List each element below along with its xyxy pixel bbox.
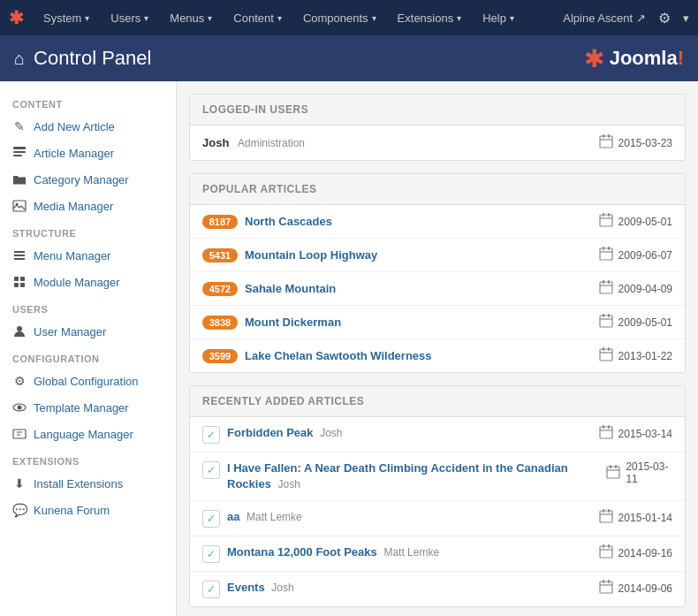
article-title[interactable]: Mountain Loop Highway — [245, 248, 377, 262]
sidebar-item-language-manager[interactable]: Language Manager — [0, 421, 176, 447]
svg-rect-0 — [13, 147, 26, 149]
date-value: 2009-05-01 — [618, 316, 672, 329]
recent-date: 2015-03-11 — [606, 460, 672, 485]
user-row: Josh Administration 2015-03-23 — [190, 125, 685, 160]
sidebar-item-global-config[interactable]: ⚙ Global Configuration — [0, 368, 176, 394]
svg-rect-39 — [615, 465, 617, 468]
calendar-icon — [599, 347, 613, 364]
gear-icon: ⚙ — [12, 374, 27, 388]
recent-panel-body: ✓ Forbidden Peak Josh 2015-03-14 ✓ — [190, 417, 685, 606]
check-icon[interactable]: ✓ — [202, 581, 220, 598]
settings-gear-icon[interactable]: ⚙ — [653, 10, 676, 27]
calendar-icon — [599, 134, 613, 151]
svg-rect-46 — [600, 582, 612, 593]
site-link[interactable]: Alpine Ascent ↗ — [563, 11, 646, 25]
svg-rect-6 — [14, 255, 25, 256]
svg-rect-10 — [14, 283, 19, 287]
chevron-down-icon: ▾ — [85, 13, 89, 23]
user-icon — [12, 324, 27, 338]
sidebar-item-label: Media Manager — [34, 200, 113, 213]
joomla-flower-icon: ✱ — [584, 44, 604, 73]
recent-author: Josh — [278, 478, 300, 491]
joomla-brand-text: Joomla! — [610, 47, 684, 70]
svg-rect-21 — [608, 213, 610, 217]
nav-menus[interactable]: Menus ▾ — [161, 0, 221, 35]
article-count-badge: 5431 — [202, 248, 238, 262]
recent-title[interactable]: Forbidden Peak — [227, 426, 314, 439]
user-name[interactable]: Josh — [202, 136, 229, 149]
recent-date: 2014-09-16 — [599, 544, 672, 561]
recent-date: 2015-01-14 — [599, 509, 672, 526]
home-icon[interactable]: ⌂ — [14, 49, 25, 69]
check-icon[interactable]: ✓ — [202, 510, 220, 528]
sidebar-item-article-manager[interactable]: Article Manager — [0, 140, 176, 166]
nav-users[interactable]: Users ▾ — [102, 0, 157, 35]
sidebar-item-media-manager[interactable]: Media Manager — [0, 193, 176, 219]
sidebar-section-users: USERS — [0, 295, 176, 318]
user-date: 2015-03-23 — [599, 134, 672, 151]
recent-title[interactable]: aa — [227, 510, 239, 523]
sidebar-item-label: Kunena Forum — [34, 504, 110, 517]
logged-in-panel: LOGGED-IN USERS Josh Administration 2015… — [189, 94, 686, 161]
recent-title[interactable]: Montana 12,000 Foot Peaks — [227, 545, 377, 559]
sidebar-item-install-extensions[interactable]: ⬇ Install Extensions — [0, 470, 176, 497]
nav-content[interactable]: Content ▾ — [224, 0, 291, 35]
article-title[interactable]: Lake Chelan Sawtooth Wilderness — [245, 349, 432, 362]
svg-rect-7 — [14, 258, 25, 260]
check-icon[interactable]: ✓ — [202, 426, 220, 444]
sidebar-item-menu-manager[interactable]: Menu Manager — [0, 242, 176, 269]
pencil-icon: ✎ — [12, 119, 27, 133]
article-count-badge: 3599 — [202, 349, 238, 363]
sidebar-item-category-manager[interactable]: Category Manager — [0, 166, 176, 193]
svg-rect-9 — [20, 277, 25, 281]
sidebar-item-template-manager[interactable]: Template Manager — [0, 394, 176, 421]
svg-rect-28 — [600, 316, 612, 327]
article-title[interactable]: Sahale Mountain — [245, 282, 336, 295]
sidebar-item-label: Module Manager — [34, 276, 120, 289]
svg-rect-17 — [603, 134, 604, 138]
check-icon[interactable]: ✓ — [202, 461, 220, 479]
calendar-icon — [599, 280, 613, 297]
svg-rect-45 — [608, 544, 610, 548]
svg-rect-30 — [608, 314, 610, 317]
svg-rect-20 — [603, 213, 604, 217]
svg-rect-18 — [608, 134, 610, 138]
nav-components[interactable]: Components ▾ — [294, 0, 385, 35]
sidebar-item-label: Article Manager — [34, 147, 114, 160]
svg-rect-24 — [608, 247, 610, 250]
recent-author: Matt Lemke — [383, 546, 439, 559]
sidebar-item-label: Menu Manager — [34, 249, 110, 262]
svg-rect-40 — [600, 511, 612, 522]
nav-system[interactable]: System ▾ — [34, 0, 98, 35]
recent-title[interactable]: Events — [227, 581, 265, 594]
logged-in-panel-body: Josh Administration 2015-03-23 — [190, 125, 685, 160]
svg-rect-44 — [603, 544, 604, 548]
recent-row: ✓ Events Josh 2014-09-06 — [190, 572, 685, 606]
joomla-brand: ✱ Joomla! — [584, 44, 684, 73]
language-icon — [12, 427, 27, 441]
user-info: Josh Administration — [202, 136, 305, 149]
folder-icon — [12, 172, 27, 186]
check-icon[interactable]: ✓ — [202, 545, 220, 563]
module-icon — [12, 275, 27, 289]
article-row: 8187 North Cascades 2009-05-01 — [190, 205, 685, 239]
sidebar-item-kunena-forum[interactable]: 💬 Kunena Forum — [0, 497, 176, 523]
nav-extensions[interactable]: Extensions ▾ — [389, 0, 471, 35]
article-row: 4572 Sahale Mountain 2009-04-09 — [190, 272, 685, 306]
sidebar-item-user-manager[interactable]: User Manager — [0, 318, 176, 345]
recent-panel-header: RECENTLY ADDED ARTICLES — [190, 386, 685, 417]
svg-rect-15 — [13, 430, 26, 438]
recent-date: 2015-03-14 — [599, 425, 672, 442]
date-value: 2013-01-22 — [618, 350, 672, 362]
article-title[interactable]: North Cascades — [245, 215, 332, 228]
article-title[interactable]: Mount Dickerman — [245, 316, 341, 329]
nav-dropdown-arrow[interactable]: ▾ — [683, 11, 689, 25]
sidebar-item-add-article[interactable]: ✎ Add New Article — [0, 113, 176, 140]
sidebar-section-configuration: CONFIGURATION — [0, 345, 176, 368]
calendar-icon — [606, 465, 620, 482]
sidebar-item-module-manager[interactable]: Module Manager — [0, 269, 176, 295]
nav-help[interactable]: Help ▾ — [474, 0, 523, 35]
article-count-badge: 8187 — [202, 215, 238, 229]
svg-rect-16 — [600, 136, 612, 148]
svg-rect-29 — [603, 314, 604, 317]
